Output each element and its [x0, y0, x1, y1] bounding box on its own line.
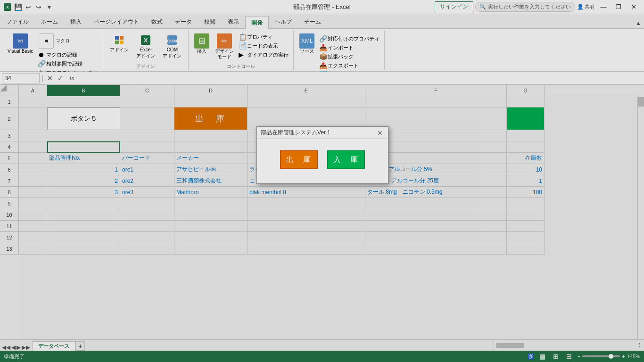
modal-overlay: 部品在庫管理システムVer.1 ✕ 出 庫 入 庫: [0, 0, 644, 362]
modal-close-button[interactable]: ✕: [376, 129, 384, 137]
modal-body: 出 庫 入 庫: [257, 139, 388, 183]
shutko-button[interactable]: 出 庫: [280, 150, 318, 169]
modal-titlebar: 部品在庫管理システムVer.1 ✕: [257, 127, 388, 139]
nyuko-button[interactable]: 入 庫: [327, 150, 365, 169]
inventory-management-dialog: 部品在庫管理システムVer.1 ✕ 出 庫 入 庫: [256, 126, 388, 184]
modal-title: 部品在庫管理システムVer.1: [261, 129, 330, 137]
